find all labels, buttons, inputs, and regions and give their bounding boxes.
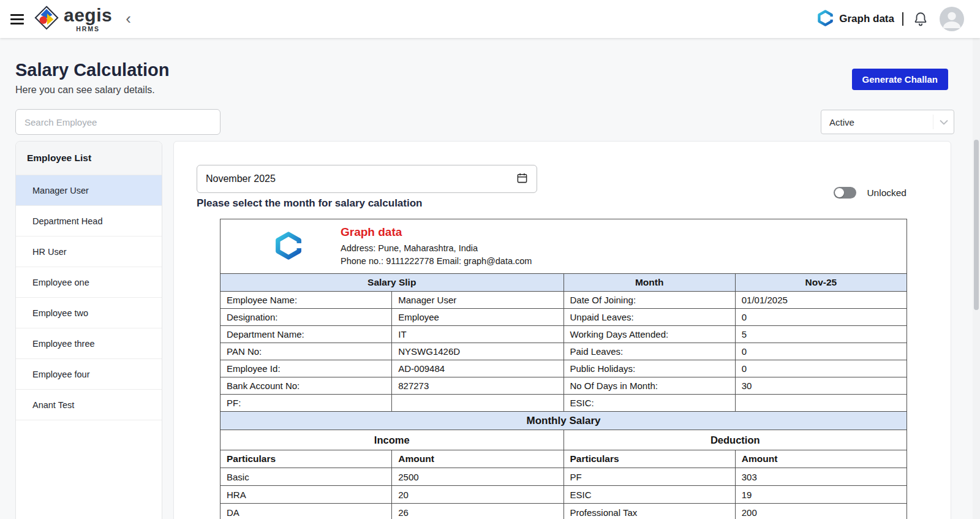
month-picker-input[interactable]: November 2025: [197, 165, 537, 193]
slip-cell: 5: [735, 326, 907, 343]
employee-item-hr-user[interactable]: HR User: [16, 237, 162, 267]
avatar[interactable]: [940, 7, 964, 31]
slip-cell: Income: [221, 430, 564, 450]
bell-icon[interactable]: [913, 11, 929, 27]
page-subtitle: Here you can see salary details.: [15, 85, 155, 96]
slip-info-row: Bank Account No: 827273 No Of Days in Mo…: [221, 377, 907, 395]
hamburger-menu-icon[interactable]: [10, 14, 24, 25]
slip-cell: Basic: [221, 468, 392, 486]
slip-cell: IT: [392, 326, 564, 343]
slip-info-row: PF: ESIC:: [221, 395, 907, 412]
slip-cell: Paid Leaves:: [564, 343, 735, 360]
company-brand: Graph data: [817, 10, 894, 29]
chevron-left-icon[interactable]: ‹: [126, 10, 131, 26]
slip-salary-row: Basic 2500 PF 303: [221, 468, 907, 486]
slip-cell: 2500: [392, 468, 564, 486]
employee-item-anant-test[interactable]: Anant Test: [16, 390, 162, 420]
slip-cell: [735, 395, 907, 412]
top-navbar: aegis HRMS ‹ Graph data: [0, 0, 980, 38]
chevron-down-icon: [933, 115, 954, 129]
company-name: Graph data: [839, 13, 894, 25]
brand-subtitle: HRMS: [76, 26, 100, 32]
slip-cell: 0: [735, 360, 907, 377]
slip-cell: Date Of Joining:: [564, 292, 735, 309]
slip-cell: Designation:: [221, 309, 392, 326]
employee-item-employee-two[interactable]: Employee two: [16, 298, 162, 328]
aegis-brand: aegis HRMS: [34, 5, 112, 33]
page-title: Salary Calculation: [15, 60, 169, 80]
calendar-icon[interactable]: [516, 172, 528, 186]
slip-cell: [392, 395, 564, 412]
slip-cell: AD-009484: [392, 360, 564, 377]
slip-cell: HRA: [221, 486, 392, 504]
user-icon: [940, 7, 964, 31]
slip-cell: 20: [392, 486, 564, 504]
slip-cell: Monthly Salary: [221, 412, 907, 430]
slip-column-header-row: Particulars Amount Particulars Amount: [221, 450, 907, 468]
slip-cell: NYSWG1426D: [392, 343, 564, 360]
slip-cell: 19: [735, 486, 907, 504]
slip-cell: Employee Id:: [221, 360, 392, 377]
generate-challan-button[interactable]: Generate Challan: [852, 69, 948, 90]
status-filter-select[interactable]: Active: [821, 110, 954, 134]
slip-cell: 30: [735, 377, 907, 395]
slip-cell: Bank Account No:: [221, 377, 392, 395]
slip-info-row: Department Name: IT Working Days Attende…: [221, 326, 907, 343]
slip-company-address: Address: Pune, Maharashtra, India: [341, 242, 532, 255]
slip-info-row: Designation: Employee Unpaid Leaves: 0: [221, 309, 907, 326]
slip-cell: ESIC: [564, 486, 735, 504]
slip-cell: ESIC:: [564, 395, 735, 412]
lock-toggle-row: Unlocked: [834, 187, 907, 199]
employee-item-employee-three[interactable]: Employee three: [16, 328, 162, 359]
employee-list-panel: Employee List Manager User Department He…: [15, 141, 162, 519]
slip-cell: 0: [735, 309, 907, 326]
monthly-salary-row: Monthly Salary: [221, 412, 907, 430]
toggle-knob: [835, 188, 844, 197]
income-deduction-row: Income Deduction: [221, 430, 907, 450]
slip-cell: PAN No:: [221, 343, 392, 360]
header-divider: [902, 12, 903, 26]
slip-company-name: Graph data: [341, 225, 532, 239]
slip-cell: No Of Days in Month:: [564, 377, 735, 395]
slip-cell: 200: [735, 504, 907, 519]
slip-cell: Professional Tax: [564, 504, 735, 519]
status-filter-value: Active: [829, 117, 933, 127]
month-hint-text: Please select the month for salary calcu…: [197, 197, 422, 210]
slip-cell: 0: [735, 343, 907, 360]
scrollbar-track[interactable]: [973, 38, 980, 519]
slip-company-contact: Phone no.: 9111222778 Email: graph@data.…: [341, 255, 532, 268]
slip-info-row: Employee Id: AD-009484 Public Holidays: …: [221, 360, 907, 377]
slip-info-row: Employee Name: Manager User Date Of Join…: [221, 292, 907, 309]
slip-cell: Salary Slip: [221, 274, 564, 292]
month-picker-value: November 2025: [206, 173, 516, 184]
slip-cell: 26: [392, 504, 564, 519]
slip-cell: DA: [221, 504, 392, 519]
slip-cell: 827273: [392, 377, 564, 395]
employee-item-employee-one[interactable]: Employee one: [16, 267, 162, 298]
slip-cell: Employee: [392, 309, 564, 326]
slip-cell: Particulars: [564, 450, 735, 468]
employee-item-manager-user[interactable]: Manager User: [16, 175, 162, 206]
lock-state-label: Unlocked: [867, 188, 907, 199]
slip-cell: PF:: [221, 395, 392, 412]
employee-item-department-head[interactable]: Department Head: [16, 206, 162, 237]
slip-cell: Unpaid Leaves:: [564, 309, 735, 326]
slip-company-row: Graph data Address: Pune, Maharashtra, I…: [221, 219, 907, 274]
slip-cell: Department Name:: [221, 326, 392, 343]
slip-salary-row: HRA 20 ESIC 19: [221, 486, 907, 504]
scrollbar-thumb[interactable]: [974, 140, 979, 310]
employee-item-employee-four[interactable]: Employee four: [16, 359, 162, 390]
slip-salary-row: DA 26 Professional Tax 200: [221, 504, 907, 519]
slip-cell: Nov-25: [735, 274, 907, 292]
lock-toggle-switch[interactable]: [834, 187, 856, 199]
aegis-logo-icon: [34, 5, 59, 33]
search-employee-input[interactable]: [15, 109, 221, 135]
slip-cell: Amount: [735, 450, 907, 468]
slip-cell: 303: [735, 468, 907, 486]
slip-cell: Amount: [392, 450, 564, 468]
slip-cell: 01/01/2025: [735, 292, 907, 309]
salary-panel: November 2025 Please select the month fo…: [173, 141, 951, 519]
slip-cell: Working Days Attended:: [564, 326, 735, 343]
slip-cell: Particulars: [221, 450, 392, 468]
slip-cell: Employee Name:: [221, 292, 392, 309]
